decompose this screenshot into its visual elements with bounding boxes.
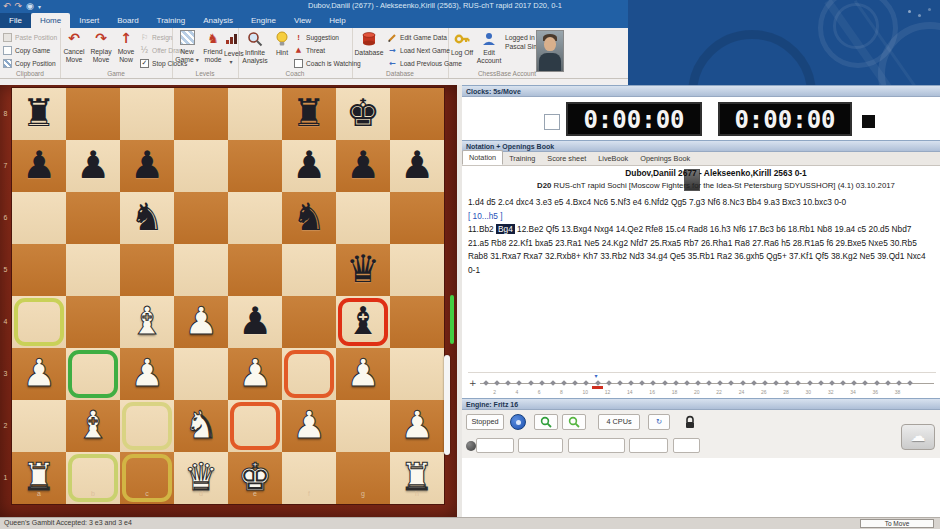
square-h7[interactable]: ♟ bbox=[390, 140, 444, 192]
square-b5[interactable] bbox=[66, 244, 120, 296]
redo-icon[interactable]: ↷ bbox=[15, 0, 23, 13]
engine-field-3[interactable] bbox=[568, 438, 625, 453]
black-pawn[interactable]: ♟ bbox=[228, 296, 282, 348]
square-f3[interactable] bbox=[282, 348, 336, 400]
timeline-tick-38[interactable] bbox=[896, 380, 902, 386]
engine-stopped-button[interactable]: Stopped bbox=[466, 414, 504, 430]
copy-position-button[interactable]: Copy Position bbox=[3, 57, 57, 70]
white-bishop[interactable]: ♝ bbox=[120, 296, 174, 348]
square-a7[interactable]: ♟ bbox=[12, 140, 66, 192]
black-pawn[interactable]: ♟ bbox=[390, 140, 444, 192]
variation-line[interactable]: [ 10...h5 ] bbox=[468, 210, 934, 224]
black-rook[interactable]: ♜ bbox=[282, 88, 336, 140]
engine-power-button[interactable] bbox=[510, 414, 526, 430]
square-g4[interactable]: ♝ bbox=[336, 296, 390, 348]
tab-view[interactable]: View bbox=[285, 13, 320, 28]
square-h8[interactable] bbox=[390, 88, 444, 140]
timeline-tick-11[interactable] bbox=[595, 380, 601, 386]
white-clock-checkbox[interactable] bbox=[544, 114, 560, 130]
board-slider[interactable] bbox=[444, 355, 450, 455]
square-d8[interactable] bbox=[174, 88, 228, 140]
square-g8[interactable]: ♚ bbox=[336, 88, 390, 140]
notation-tab-openings-book[interactable]: Openings Book bbox=[634, 152, 696, 165]
levels-button[interactable]: Levels ▾ bbox=[224, 30, 238, 65]
white-knight[interactable]: ♞ bbox=[174, 400, 228, 452]
timeline-tick-33[interactable] bbox=[840, 380, 846, 386]
timeline-tick-7[interactable] bbox=[550, 380, 556, 386]
square-a8[interactable]: ♜ bbox=[12, 88, 66, 140]
timeline-tick-16[interactable] bbox=[651, 380, 657, 386]
tab-home[interactable]: Home bbox=[31, 13, 70, 28]
timeline-tick-2[interactable] bbox=[494, 380, 500, 386]
square-c5[interactable] bbox=[120, 244, 174, 296]
move-prefix[interactable]: 11.Bb2 bbox=[468, 224, 496, 234]
square-a3[interactable]: ♟ bbox=[12, 348, 66, 400]
square-b4[interactable] bbox=[66, 296, 120, 348]
timeline-tick-36[interactable] bbox=[874, 380, 880, 386]
timeline-tick-26[interactable] bbox=[762, 380, 768, 386]
square-h6[interactable] bbox=[390, 192, 444, 244]
tab-analysis[interactable]: Analysis bbox=[194, 13, 242, 28]
tab-engine[interactable]: Engine bbox=[242, 13, 285, 28]
timeline-tick-8[interactable] bbox=[561, 380, 567, 386]
white-pawn[interactable]: ♟ bbox=[228, 348, 282, 400]
timeline-tick-14[interactable] bbox=[628, 380, 634, 386]
tab-file[interactable]: File bbox=[0, 13, 31, 28]
square-f7[interactable]: ♟ bbox=[282, 140, 336, 192]
white-pawn[interactable]: ♟ bbox=[282, 400, 336, 452]
white-pawn[interactable]: ♟ bbox=[120, 348, 174, 400]
timeline-tick-9[interactable] bbox=[572, 380, 578, 386]
database-button[interactable]: Database bbox=[353, 30, 385, 57]
square-f2[interactable]: ♟ bbox=[282, 400, 336, 452]
timeline-tick-3[interactable] bbox=[505, 380, 511, 386]
game-timeline[interactable]: + 246810▾1214161820222426283032343638 bbox=[468, 372, 936, 399]
engine-analysis-button-1[interactable] bbox=[534, 414, 558, 430]
record-icon[interactable]: ◉ bbox=[26, 0, 34, 13]
notation-tab-training[interactable]: Training bbox=[503, 152, 541, 165]
timeline-tick-10[interactable] bbox=[584, 380, 590, 386]
user-avatar[interactable] bbox=[536, 30, 564, 72]
engine-lock-icon[interactable] bbox=[684, 415, 696, 429]
tab-help[interactable]: Help bbox=[320, 13, 354, 28]
engine-field-5[interactable] bbox=[673, 438, 700, 453]
timeline-tick-27[interactable] bbox=[773, 380, 779, 386]
square-e8[interactable] bbox=[228, 88, 282, 140]
timeline-position-pointer[interactable]: ▾ bbox=[595, 372, 598, 379]
black-pawn[interactable]: ♟ bbox=[12, 140, 66, 192]
notation-tab-score-sheet[interactable]: Score sheet bbox=[541, 152, 592, 165]
square-d6[interactable] bbox=[174, 192, 228, 244]
replay-move-button[interactable]: ↷ Replay Move bbox=[88, 30, 114, 63]
timeline-tick-23[interactable] bbox=[729, 380, 735, 386]
square-b3[interactable] bbox=[66, 348, 120, 400]
threat-button[interactable]: ▲ Threat bbox=[294, 44, 361, 57]
square-d5[interactable] bbox=[174, 244, 228, 296]
copy-game-button[interactable]: Copy Game bbox=[3, 44, 57, 57]
black-pawn[interactable]: ♟ bbox=[120, 140, 174, 192]
square-b2[interactable]: ♝ bbox=[66, 400, 120, 452]
square-c3[interactable]: ♟ bbox=[120, 348, 174, 400]
notation-tab-notation[interactable]: Notation bbox=[462, 150, 503, 165]
timeline-tick-22[interactable] bbox=[717, 380, 723, 386]
black-king[interactable]: ♚ bbox=[336, 88, 390, 140]
square-c2[interactable] bbox=[120, 400, 174, 452]
white-pawn[interactable]: ♟ bbox=[174, 296, 228, 348]
new-game-button[interactable]: New Game ▾ bbox=[173, 30, 201, 63]
timeline-tick-30[interactable] bbox=[807, 380, 813, 386]
square-a6[interactable] bbox=[12, 192, 66, 244]
timeline-tick-20[interactable] bbox=[695, 380, 701, 386]
square-g3[interactable]: ♟ bbox=[336, 348, 390, 400]
black-knight[interactable]: ♞ bbox=[282, 192, 336, 244]
timeline-tick-39[interactable] bbox=[907, 380, 913, 386]
timeline-tick-25[interactable] bbox=[751, 380, 757, 386]
square-f6[interactable]: ♞ bbox=[282, 192, 336, 244]
timeline-tick-29[interactable] bbox=[796, 380, 802, 386]
black-pawn[interactable]: ♟ bbox=[66, 140, 120, 192]
tab-board[interactable]: Board bbox=[108, 13, 147, 28]
timeline-tick-19[interactable] bbox=[684, 380, 690, 386]
black-rook[interactable]: ♜ bbox=[12, 88, 66, 140]
white-pawn[interactable]: ♟ bbox=[12, 348, 66, 400]
timeline-tick-15[interactable] bbox=[639, 380, 645, 386]
coach-is-watching-checkbox[interactable]: Coach is Watching bbox=[294, 57, 361, 70]
timeline-tick-12[interactable] bbox=[606, 380, 612, 386]
infinite-analysis-button[interactable]: Infinite Analysis bbox=[239, 30, 271, 64]
